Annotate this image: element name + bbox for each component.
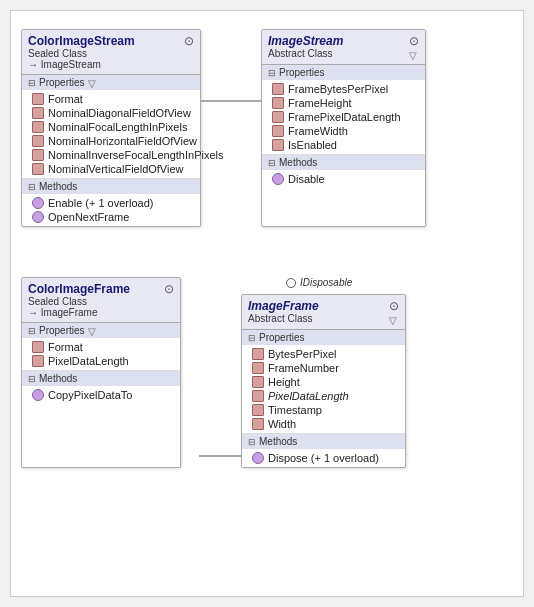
- method-copypixeldata: CopyPixelDataTo: [48, 389, 132, 401]
- prop-fpdl: FramePixelDataLength: [288, 111, 401, 123]
- list-item: Dispose (+ 1 overload): [242, 451, 405, 465]
- colorimageframe-methods-items: CopyPixelDataTo: [22, 386, 180, 404]
- colorimagestream-methods-header[interactable]: ⊟ Methods: [22, 179, 200, 194]
- list-item: Timestamp: [242, 403, 405, 417]
- colorimagestream-properties-items: Format NominalDiagonalFieldOfView Nomina…: [22, 90, 200, 178]
- property-icon: [252, 418, 264, 430]
- property-icon: [252, 376, 264, 388]
- imagestream-methods-header[interactable]: ⊟ Methods: [262, 155, 425, 170]
- class-colorimageframe: ColorImageFrame Sealed Class → ImageFram…: [21, 277, 181, 468]
- imagestream-header: ImageStream Abstract Class ⊙ ▽: [262, 30, 425, 65]
- prop-pdl2: PixelDataLength: [268, 390, 349, 402]
- colorimageframe-properties-header[interactable]: ⊟ Properties ▽: [22, 323, 180, 338]
- imageframe-column: IDisposable ImageFrame Abstract Class ⊙ …: [241, 277, 406, 468]
- colorimageframe-methods-label: Methods: [39, 373, 77, 384]
- colorimageframe-properties-label: Properties: [39, 325, 85, 336]
- prop-height: Height: [268, 376, 300, 388]
- property-icon: [252, 348, 264, 360]
- method-dispose: Dispose (+ 1 overload): [268, 452, 379, 464]
- imagestream-methods-section: ⊟ Methods Disable: [262, 155, 425, 188]
- imagestream-properties-header[interactable]: ⊟ Properties: [262, 65, 425, 80]
- interface-circle-icon: [286, 278, 296, 288]
- list-item: NominalDiagonalFieldOfView: [22, 106, 200, 120]
- list-item: NominalInverseFocalLengthInPixels: [22, 148, 200, 162]
- prop-timestamp: Timestamp: [268, 404, 322, 416]
- list-item: FramePixelDataLength: [262, 110, 425, 124]
- colorimagestream-inherit: → ImageStream: [28, 59, 135, 70]
- list-item: Disable: [262, 172, 425, 186]
- colorimageframe-properties-section: ⊟ Properties ▽ Format PixelDataLength: [22, 323, 180, 371]
- list-item: BytesPerPixel: [242, 347, 405, 361]
- list-item: OpenNextFrame: [22, 210, 200, 224]
- imageframe-methods-items: Dispose (+ 1 overload): [242, 449, 405, 467]
- list-item: NominalHorizontalFieldOfView: [22, 134, 200, 148]
- top-row: ColorImageStream Sealed Class → ImageStr…: [21, 29, 513, 227]
- imagestream-expand-icon[interactable]: ⊙: [409, 34, 419, 48]
- imageframe-properties-label: Properties: [259, 332, 305, 343]
- properties-toggle-icon: ⊟: [268, 68, 276, 78]
- filter-icon: ▽: [88, 78, 98, 88]
- colorimagestream-expand-icon[interactable]: ⊙: [184, 34, 194, 48]
- colorimageframe-methods-header[interactable]: ⊟ Methods: [22, 371, 180, 386]
- colorimagestream-methods-label: Methods: [39, 181, 77, 192]
- imagestream-properties-items: FrameBytesPerPixel FrameHeight FramePixe…: [262, 80, 425, 154]
- colorimageframe-methods-section: ⊟ Methods CopyPixelDataTo: [22, 371, 180, 404]
- imagestream-properties-label: Properties: [279, 67, 325, 78]
- colorimagestream-methods-section: ⊟ Methods Enable (+ 1 overload) OpenNext…: [22, 179, 200, 226]
- bottom-row: ColorImageFrame Sealed Class → ImageFram…: [21, 277, 513, 468]
- properties-toggle-icon: ⊟: [28, 78, 36, 88]
- property-icon: [32, 107, 44, 119]
- property-icon: [32, 341, 44, 353]
- property-icon: [252, 390, 264, 402]
- colorimagestream-name: ColorImageStream: [28, 34, 135, 48]
- colorimagestream-properties-section: ⊟ Properties ▽ Format NominalDiagonalFie…: [22, 75, 200, 179]
- properties-toggle-icon: ⊟: [248, 333, 256, 343]
- method-icon: [32, 389, 44, 401]
- imageframe-name: ImageFrame: [248, 299, 319, 313]
- list-item: FrameWidth: [262, 124, 425, 138]
- method-icon: [272, 173, 284, 185]
- colorimagestream-properties-label: Properties: [39, 77, 85, 88]
- imagestream-name: ImageStream: [268, 34, 343, 48]
- imagestream-methods-items: Disable: [262, 170, 425, 188]
- colorimagestream-meta: Sealed Class: [28, 48, 135, 59]
- list-item: Height: [242, 375, 405, 389]
- idisposable-label: IDisposable: [300, 277, 352, 288]
- list-item: NominalVerticalFieldOfView: [22, 162, 200, 176]
- list-item: Format: [22, 340, 180, 354]
- imagestream-meta: Abstract Class: [268, 48, 343, 59]
- prop-format: Format: [48, 93, 83, 105]
- method-icon: [32, 211, 44, 223]
- imageframe-properties-items: BytesPerPixel FrameNumber Height PixelDa…: [242, 345, 405, 433]
- imageframe-properties-header[interactable]: ⊟ Properties: [242, 330, 405, 345]
- list-item: NominalFocalLengthInPixels: [22, 120, 200, 134]
- class-colorimagestream: ColorImageStream Sealed Class → ImageStr…: [21, 29, 201, 227]
- prop-ndofv: NominalDiagonalFieldOfView: [48, 107, 191, 119]
- colorimagestream-properties-header[interactable]: ⊟ Properties ▽: [22, 75, 200, 90]
- property-icon: [272, 83, 284, 95]
- colorimagestream-header: ColorImageStream Sealed Class → ImageStr…: [22, 30, 200, 75]
- property-icon: [272, 111, 284, 123]
- property-icon: [32, 93, 44, 105]
- class-imagestream: ImageStream Abstract Class ⊙ ▽ ⊟ Propert…: [261, 29, 426, 227]
- imageframe-expand-icon[interactable]: ⊙: [389, 299, 399, 313]
- method-icon: [32, 197, 44, 209]
- methods-toggle-icon: ⊟: [28, 182, 36, 192]
- colorimageframe-expand-icon[interactable]: ⊙: [164, 282, 174, 296]
- prop-fw: FrameWidth: [288, 125, 348, 137]
- property-icon: [32, 149, 44, 161]
- imagestream-methods-label: Methods: [279, 157, 317, 168]
- prop-width: Width: [268, 418, 296, 430]
- property-icon: [32, 135, 44, 147]
- filter-icon: ▽: [88, 326, 98, 336]
- diagram-area: ColorImageStream Sealed Class → ImageStr…: [10, 10, 524, 597]
- properties-toggle-icon: ⊟: [28, 326, 36, 336]
- method-icon: [252, 452, 264, 464]
- imagestream-properties-section: ⊟ Properties FrameBytesPerPixel FrameHei…: [262, 65, 425, 155]
- imageframe-methods-header[interactable]: ⊟ Methods: [242, 434, 405, 449]
- imageframe-header: ImageFrame Abstract Class ⊙ ▽: [242, 295, 405, 330]
- list-item: Format: [22, 92, 200, 106]
- property-icon: [32, 163, 44, 175]
- list-item: PixelDataLength: [242, 389, 405, 403]
- list-item: PixelDataLength: [22, 354, 180, 368]
